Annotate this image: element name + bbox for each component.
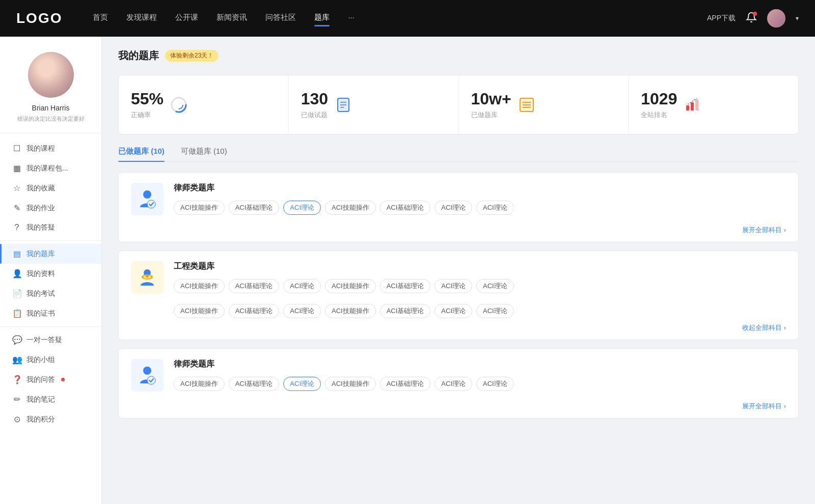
stat-accuracy-label: 正确率 [131, 110, 164, 120]
user-avatar[interactable] [767, 9, 785, 27]
qbank-title-3: 律师类题库 [174, 359, 786, 370]
tag-2-3[interactable]: ACI技能操作 [325, 279, 376, 293]
sidebar-item-qa[interactable]: ? 我的答疑 [0, 218, 101, 237]
tag-1-4[interactable]: ACI基础理论 [380, 201, 431, 215]
sidebar-label-qa: 我的答疑 [26, 223, 55, 232]
list-icon [518, 96, 536, 114]
svg-rect-15 [695, 99, 698, 110]
notebook-svg [336, 97, 351, 113]
qbank-title-1: 律师类题库 [174, 183, 786, 193]
notification-bell[interactable] [746, 12, 757, 25]
sidebar-item-my-group[interactable]: 👥 我的小组 [0, 350, 101, 370]
main-content: 我的题库 体验剩余23天！ 55% 正确率 [102, 37, 815, 504]
nav-qa[interactable]: 问答社区 [265, 13, 296, 24]
sidebar-item-my-courses[interactable]: ☐ 我的课程 [0, 138, 101, 158]
sidebar-profile: Brian Harris 错误的决定比没有决定要好 [0, 37, 101, 133]
bar-chart-icon [683, 96, 701, 114]
qbank-card-lawyer-1: 律师类题库 ACI技能操作 ACI基础理论 ACI理论 ACI技能操作 ACI基… [118, 172, 799, 242]
courses-icon: ☐ [12, 144, 21, 153]
tag-2r-2[interactable]: ACI理论 [283, 304, 321, 318]
page-header: 我的题库 体验剩余23天！ [118, 49, 799, 63]
svg-point-16 [143, 190, 151, 199]
tag-3-1[interactable]: ACI基础理论 [229, 377, 280, 391]
tag-2r-5[interactable]: ACI理论 [434, 304, 472, 318]
tag-3-2[interactable]: ACI理论 [283, 377, 321, 391]
tag-1-0[interactable]: ACI技能操作 [174, 201, 225, 215]
nav-discover[interactable]: 发现课程 [126, 13, 157, 24]
sidebar-item-favorites[interactable]: ☆ 我的收藏 [0, 178, 101, 198]
page-title: 我的题库 [118, 49, 159, 63]
sidebar-item-my-points[interactable]: ⊙ 我的积分 [0, 409, 101, 429]
sidebar-item-my-notes[interactable]: ✏ 我的笔记 [0, 389, 101, 409]
my-data-icon: 👤 [12, 269, 21, 278]
course-package-icon: ▦ [12, 163, 21, 173]
stat-done-questions-label: 已做试题 [301, 110, 328, 120]
tag-2r-6[interactable]: ACI理论 [476, 304, 514, 318]
sidebar-item-course-package[interactable]: ▦ 我的课程包... [0, 158, 101, 178]
sidebar-item-homework[interactable]: ✎ 我的作业 [0, 198, 101, 218]
tag-2-5[interactable]: ACI理论 [434, 279, 472, 293]
tag-2r-3[interactable]: ACI技能操作 [325, 304, 376, 318]
exam-icon: 📄 [12, 289, 21, 298]
tab-todo[interactable]: 可做题库 (10) [181, 147, 227, 161]
tag-2-2[interactable]: ACI理论 [283, 279, 321, 293]
sidebar-label-my-exam: 我的考试 [26, 289, 55, 298]
nav-news[interactable]: 新闻资讯 [216, 13, 247, 24]
tag-1-3[interactable]: ACI技能操作 [325, 201, 376, 215]
qbank-card-engineer: 工程类题库 ACI技能操作 ACI基础理论 ACI理论 ACI技能操作 ACI基… [118, 250, 799, 340]
pie-chart-icon [170, 96, 187, 114]
sidebar-item-my-exam[interactable]: 📄 我的考试 [0, 284, 101, 303]
trial-badge: 体验剩余23天！ [165, 50, 219, 62]
sidebar-item-certificate[interactable]: 📋 我的证书 [0, 303, 101, 323]
nav-open-course[interactable]: 公开课 [175, 13, 198, 24]
qbank-expand-1[interactable]: 展开全部科目 › [119, 226, 798, 242]
sidebar-item-one-on-one[interactable]: 💬 一对一答疑 [0, 330, 101, 350]
tag-2-4[interactable]: ACI基础理论 [380, 279, 431, 293]
qbank-header-3: 律师类题库 ACI技能操作 ACI基础理论 ACI理论 ACI技能操作 ACI基… [119, 349, 798, 402]
tag-3-3[interactable]: ACI技能操作 [325, 377, 376, 391]
tag-3-4[interactable]: ACI基础理论 [380, 377, 431, 391]
nav-question-bank[interactable]: 题库 [314, 13, 330, 24]
stat-done-banks: 10w+ 已做题库 [459, 75, 629, 134]
tag-2r-1[interactable]: ACI基础理论 [229, 304, 280, 318]
accuracy-icon [170, 96, 188, 114]
qbank-content-2: 工程类题库 ACI技能操作 ACI基础理论 ACI理论 ACI技能操作 ACI基… [174, 261, 786, 293]
tag-3-5[interactable]: ACI理论 [434, 377, 472, 391]
tag-1-6[interactable]: ACI理论 [476, 201, 514, 215]
qbank-expand-3[interactable]: 展开全部科目 › [119, 402, 798, 418]
list-svg [519, 97, 534, 113]
stat-done-banks-value: 10w+ [471, 90, 511, 108]
tag-2-0[interactable]: ACI技能操作 [174, 279, 225, 293]
qbank-icon-lawyer-1 [131, 183, 164, 215]
tag-3-0[interactable]: ACI技能操作 [174, 377, 225, 391]
nav-home[interactable]: 首页 [93, 13, 108, 24]
lawyer-icon-svg-2 [136, 364, 158, 386]
qbank-expand-2[interactable]: 收起全部科目 › [119, 323, 798, 340]
sidebar-label-certificate: 我的证书 [26, 309, 55, 318]
tag-3-6[interactable]: ACI理论 [476, 377, 514, 391]
one-on-one-icon: 💬 [12, 335, 21, 345]
tag-1-1[interactable]: ACI基础理论 [229, 201, 280, 215]
tag-1-2[interactable]: ACI理论 [283, 201, 321, 215]
nav-more[interactable]: ··· [348, 13, 355, 24]
tag-2r-0[interactable]: ACI技能操作 [174, 304, 225, 318]
user-menu-chevron[interactable]: ▾ [796, 15, 799, 22]
sidebar-label-my-courses: 我的课程 [26, 144, 55, 153]
notes-icon: ✏ [12, 395, 21, 404]
sidebar-item-my-questions[interactable]: ❓ 我的问答 [0, 370, 101, 389]
profile-avatar [28, 52, 74, 98]
tab-done[interactable]: 已做题库 (10) [118, 147, 165, 161]
sidebar-item-my-data[interactable]: 👤 我的资料 [0, 264, 101, 284]
sidebar-label-favorites: 我的收藏 [26, 184, 55, 193]
sidebar-label-my-notes: 我的笔记 [26, 395, 55, 404]
avatar-image [767, 9, 785, 27]
tag-1-5[interactable]: ACI理论 [434, 201, 472, 215]
sidebar-item-question-bank[interactable]: ▤ 我的题库 [0, 244, 101, 264]
tag-2r-4[interactable]: ACI基础理论 [380, 304, 431, 318]
qbank-content-3: 律师类题库 ACI技能操作 ACI基础理论 ACI理论 ACI技能操作 ACI基… [174, 359, 786, 391]
tag-2-1[interactable]: ACI基础理论 [229, 279, 280, 293]
app-download[interactable]: APP下载 [707, 14, 736, 23]
tag-2-6[interactable]: ACI理论 [476, 279, 514, 293]
stat-rank-value: 1029 [641, 90, 677, 108]
sidebar-menu: ☐ 我的课程 ▦ 我的课程包... ☆ 我的收藏 ✎ 我的作业 ? 我的答疑 ▤ [0, 133, 101, 434]
